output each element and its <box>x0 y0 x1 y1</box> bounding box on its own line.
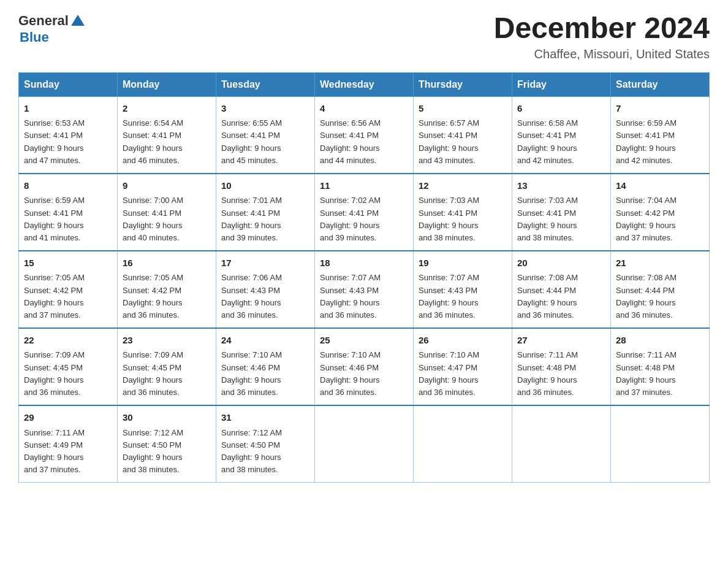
day-info: Sunrise: 7:12 AMSunset: 4:50 PMDaylight:… <box>123 427 211 477</box>
day-info: Sunrise: 7:01 AMSunset: 4:41 PMDaylight:… <box>221 194 309 244</box>
day-number: 23 <box>123 334 211 348</box>
calendar-day-cell: 25Sunrise: 7:10 AMSunset: 4:46 PMDayligh… <box>315 328 414 405</box>
day-number: 31 <box>221 411 309 425</box>
logo: General Blue <box>18 12 85 45</box>
day-number: 27 <box>517 334 605 348</box>
day-info: Sunrise: 6:59 AMSunset: 4:41 PMDaylight:… <box>616 117 704 167</box>
calendar-day-cell: 10Sunrise: 7:01 AMSunset: 4:41 PMDayligh… <box>216 174 315 251</box>
day-number: 20 <box>517 256 605 270</box>
day-info: Sunrise: 7:03 AMSunset: 4:41 PMDaylight:… <box>517 194 605 244</box>
day-number: 28 <box>616 334 704 348</box>
calendar-day-cell: 2Sunrise: 6:54 AMSunset: 4:41 PMDaylight… <box>118 96 216 174</box>
weekday-header-monday: Monday <box>118 72 216 96</box>
calendar-day-cell: 24Sunrise: 7:10 AMSunset: 4:46 PMDayligh… <box>216 328 315 405</box>
day-number: 2 <box>123 102 211 116</box>
day-info: Sunrise: 7:10 AMSunset: 4:46 PMDaylight:… <box>221 349 309 399</box>
day-info: Sunrise: 7:11 AMSunset: 4:48 PMDaylight:… <box>517 349 605 399</box>
day-info: Sunrise: 6:54 AMSunset: 4:41 PMDaylight:… <box>123 117 211 167</box>
calendar-day-cell: 31Sunrise: 7:12 AMSunset: 4:50 PMDayligh… <box>216 405 315 483</box>
day-info: Sunrise: 6:53 AMSunset: 4:41 PMDaylight:… <box>24 117 112 167</box>
calendar-table: SundayMondayTuesdayWednesdayThursdayFrid… <box>18 72 710 483</box>
calendar-day-cell: 7Sunrise: 6:59 AMSunset: 4:41 PMDaylight… <box>611 96 710 174</box>
calendar-day-cell: 1Sunrise: 6:53 AMSunset: 4:41 PMDaylight… <box>19 96 118 174</box>
calendar-day-cell: 18Sunrise: 7:07 AMSunset: 4:43 PMDayligh… <box>315 251 414 328</box>
calendar-day-cell: 17Sunrise: 7:06 AMSunset: 4:43 PMDayligh… <box>216 251 315 328</box>
page-header: General Blue December 2024 Chaffee, Miss… <box>18 12 710 61</box>
calendar-day-cell: 4Sunrise: 6:56 AMSunset: 4:41 PMDaylight… <box>315 96 414 174</box>
weekday-header-friday: Friday <box>512 72 611 96</box>
day-number: 29 <box>24 411 112 425</box>
day-number: 5 <box>419 102 507 116</box>
day-info: Sunrise: 7:12 AMSunset: 4:50 PMDaylight:… <box>221 427 309 477</box>
day-info: Sunrise: 7:05 AMSunset: 4:42 PMDaylight:… <box>24 272 112 321</box>
calendar-day-cell: 15Sunrise: 7:05 AMSunset: 4:42 PMDayligh… <box>19 251 118 328</box>
day-number: 3 <box>221 102 309 116</box>
day-number: 19 <box>419 256 507 270</box>
calendar-day-cell: 6Sunrise: 6:58 AMSunset: 4:41 PMDaylight… <box>512 96 611 174</box>
day-number: 10 <box>221 179 309 193</box>
day-number: 7 <box>616 102 704 116</box>
calendar-day-cell: 23Sunrise: 7:09 AMSunset: 4:45 PMDayligh… <box>118 328 216 405</box>
day-info: Sunrise: 7:07 AMSunset: 4:43 PMDaylight:… <box>419 272 507 321</box>
calendar-day-cell: 22Sunrise: 7:09 AMSunset: 4:45 PMDayligh… <box>19 328 118 405</box>
day-number: 30 <box>123 411 211 425</box>
calendar-day-cell <box>611 405 710 483</box>
day-info: Sunrise: 7:02 AMSunset: 4:41 PMDaylight:… <box>320 194 408 244</box>
day-number: 18 <box>320 256 408 270</box>
day-number: 8 <box>24 179 112 193</box>
day-number: 11 <box>320 179 408 193</box>
calendar-day-cell: 11Sunrise: 7:02 AMSunset: 4:41 PMDayligh… <box>315 174 414 251</box>
day-number: 21 <box>616 256 704 270</box>
calendar-day-cell: 26Sunrise: 7:10 AMSunset: 4:47 PMDayligh… <box>414 328 512 405</box>
day-number: 13 <box>517 179 605 193</box>
day-info: Sunrise: 6:57 AMSunset: 4:41 PMDaylight:… <box>419 117 507 167</box>
calendar-day-cell <box>315 405 414 483</box>
day-info: Sunrise: 7:08 AMSunset: 4:44 PMDaylight:… <box>616 272 704 321</box>
day-number: 25 <box>320 334 408 348</box>
day-info: Sunrise: 7:07 AMSunset: 4:43 PMDaylight:… <box>320 272 408 321</box>
day-number: 4 <box>320 102 408 116</box>
calendar-week-row: 8Sunrise: 6:59 AMSunset: 4:41 PMDaylight… <box>19 174 710 251</box>
day-number: 1 <box>24 102 112 116</box>
svg-marker-0 <box>71 15 85 26</box>
weekday-header-thursday: Thursday <box>414 72 512 96</box>
day-info: Sunrise: 7:11 AMSunset: 4:49 PMDaylight:… <box>24 427 112 477</box>
weekday-header-tuesday: Tuesday <box>216 72 315 96</box>
day-number: 6 <box>517 102 605 116</box>
calendar-day-cell: 30Sunrise: 7:12 AMSunset: 4:50 PMDayligh… <box>118 405 216 483</box>
calendar-day-cell: 5Sunrise: 6:57 AMSunset: 4:41 PMDaylight… <box>414 96 512 174</box>
day-number: 16 <box>123 256 211 270</box>
day-info: Sunrise: 6:56 AMSunset: 4:41 PMDaylight:… <box>320 117 408 167</box>
weekday-header-sunday: Sunday <box>19 72 118 96</box>
day-number: 15 <box>24 256 112 270</box>
calendar-day-cell: 13Sunrise: 7:03 AMSunset: 4:41 PMDayligh… <box>512 174 611 251</box>
calendar-day-cell: 9Sunrise: 7:00 AMSunset: 4:41 PMDaylight… <box>118 174 216 251</box>
day-info: Sunrise: 7:08 AMSunset: 4:44 PMDaylight:… <box>517 272 605 321</box>
calendar-day-cell: 16Sunrise: 7:05 AMSunset: 4:42 PMDayligh… <box>118 251 216 328</box>
calendar-week-row: 15Sunrise: 7:05 AMSunset: 4:42 PMDayligh… <box>19 251 710 328</box>
title-section: December 2024 Chaffee, Missouri, United … <box>494 12 710 61</box>
logo-general-text: General <box>18 13 69 29</box>
day-info: Sunrise: 6:58 AMSunset: 4:41 PMDaylight:… <box>517 117 605 167</box>
calendar-week-row: 1Sunrise: 6:53 AMSunset: 4:41 PMDaylight… <box>19 96 710 174</box>
day-info: Sunrise: 7:09 AMSunset: 4:45 PMDaylight:… <box>123 349 211 399</box>
calendar-day-cell: 27Sunrise: 7:11 AMSunset: 4:48 PMDayligh… <box>512 328 611 405</box>
day-info: Sunrise: 6:59 AMSunset: 4:41 PMDaylight:… <box>24 194 112 244</box>
day-info: Sunrise: 7:04 AMSunset: 4:42 PMDaylight:… <box>616 194 704 244</box>
calendar-day-cell: 29Sunrise: 7:11 AMSunset: 4:49 PMDayligh… <box>19 405 118 483</box>
day-info: Sunrise: 7:10 AMSunset: 4:46 PMDaylight:… <box>320 349 408 399</box>
calendar-day-cell: 20Sunrise: 7:08 AMSunset: 4:44 PMDayligh… <box>512 251 611 328</box>
day-info: Sunrise: 7:05 AMSunset: 4:42 PMDaylight:… <box>123 272 211 321</box>
day-info: Sunrise: 6:55 AMSunset: 4:41 PMDaylight:… <box>221 117 309 167</box>
location-title: Chaffee, Missouri, United States <box>494 47 710 61</box>
day-info: Sunrise: 7:11 AMSunset: 4:48 PMDaylight:… <box>616 349 704 399</box>
calendar-day-cell <box>512 405 611 483</box>
day-info: Sunrise: 7:09 AMSunset: 4:45 PMDaylight:… <box>24 349 112 399</box>
calendar-day-cell <box>414 405 512 483</box>
calendar-day-cell: 19Sunrise: 7:07 AMSunset: 4:43 PMDayligh… <box>414 251 512 328</box>
calendar-day-cell: 14Sunrise: 7:04 AMSunset: 4:42 PMDayligh… <box>611 174 710 251</box>
calendar-day-cell: 28Sunrise: 7:11 AMSunset: 4:48 PMDayligh… <box>611 328 710 405</box>
day-number: 26 <box>419 334 507 348</box>
day-number: 12 <box>419 179 507 193</box>
day-number: 14 <box>616 179 704 193</box>
